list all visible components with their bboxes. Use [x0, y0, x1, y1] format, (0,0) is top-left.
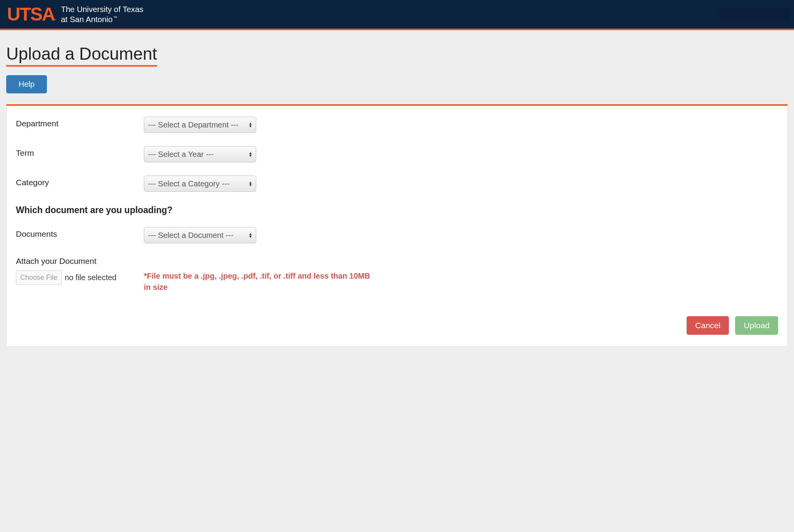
upload-button[interactable]: Upload: [735, 316, 778, 335]
attach-label: Attach your Document: [16, 257, 778, 266]
site-header: UTSA. The University of Texas at San Ant…: [0, 0, 794, 30]
department-select-container: --- Select a Department --- ▲▼: [144, 117, 256, 133]
university-line2: at San Antonio™: [61, 14, 143, 24]
help-button[interactable]: Help: [6, 75, 47, 93]
file-input-wrap: Choose File no file selected: [16, 270, 144, 285]
university-line1: The University of Texas: [61, 4, 143, 14]
category-row: Category --- Select a Category --- ▲▼: [16, 176, 778, 192]
logo-dot: .: [55, 14, 55, 21]
attach-row: Choose File no file selected *File must …: [16, 270, 778, 293]
utsa-logo: UTSA.: [7, 5, 55, 24]
term-label: Term: [16, 146, 144, 158]
department-select[interactable]: --- Select a Department ---: [144, 117, 256, 133]
category-label: Category: [16, 176, 144, 187]
term-select-container: --- Select a Year --- ▲▼: [144, 146, 256, 162]
category-select[interactable]: --- Select a Category ---: [144, 176, 256, 192]
documents-row: Documents --- Select a Document --- ▲▼: [16, 227, 778, 243]
page-title: Upload a Document: [6, 44, 157, 67]
documents-select[interactable]: --- Select a Document ---: [144, 227, 256, 243]
file-status-text: no file selected: [65, 273, 116, 282]
cancel-button[interactable]: Cancel: [687, 316, 729, 335]
upload-form-panel: Department --- Select a Department --- ▲…: [6, 104, 788, 347]
documents-select-container: --- Select a Document --- ▲▼: [144, 227, 256, 243]
trademark-symbol: ™: [114, 15, 117, 20]
logo-text: UTSA: [7, 4, 55, 24]
choose-file-button[interactable]: Choose File: [16, 270, 62, 285]
section-heading: Which document are you uploading?: [16, 205, 778, 215]
university-name: The University of Texas at San Antonio™: [61, 4, 143, 24]
department-label: Department: [16, 117, 144, 128]
form-buttons: Cancel Upload: [16, 316, 778, 335]
term-row: Term --- Select a Year --- ▲▼: [16, 146, 778, 162]
category-select-container: --- Select a Category --- ▲▼: [144, 176, 256, 192]
term-select[interactable]: --- Select a Year ---: [144, 146, 256, 162]
header-right-placeholder: [720, 9, 789, 21]
documents-label: Documents: [16, 227, 144, 239]
file-constraint-text: *File must be a .jpg, .jpeg, .pdf, .tif,…: [144, 270, 376, 293]
page-content: Upload a Document Help Department --- Se…: [0, 30, 794, 347]
logo-area: UTSA. The University of Texas at San Ant…: [7, 4, 143, 24]
department-row: Department --- Select a Department --- ▲…: [16, 117, 778, 133]
